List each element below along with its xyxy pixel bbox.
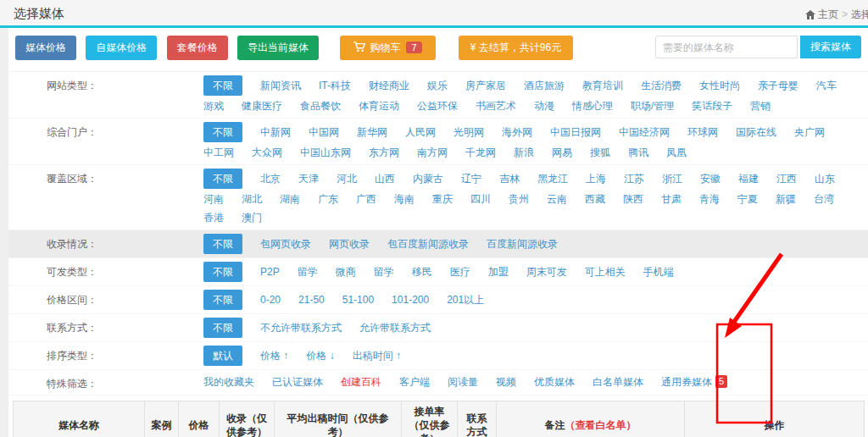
filter-option[interactable]: 娱乐 [427,77,448,94]
filter-option[interactable]: 出稿时间 ↑ [353,347,401,364]
filter-option[interactable]: 陕西 [623,191,643,207]
cart-button[interactable]: 购物车7 [340,36,435,60]
filter-option[interactable]: 微商 [336,263,356,280]
filter-option[interactable]: 中国网 [309,124,339,141]
filter-option[interactable]: 腾讯 [628,144,648,161]
filter-option[interactable]: 公益环保 [417,97,458,114]
filter-option[interactable]: 黑龙江 [537,170,568,187]
filter-option[interactable]: 天津 [298,170,319,187]
filter-option[interactable]: 白名单媒体 [593,373,643,390]
filter-option[interactable]: 海外网 [502,124,532,141]
filter-option[interactable]: 光明网 [453,124,484,141]
self-media-price-button[interactable]: 自媒体价格 [86,36,157,60]
filter-option[interactable]: 教育培训 [582,77,623,94]
filter-option[interactable]: 营销 [750,97,771,114]
media-search-button[interactable]: 搜索媒体 [800,36,861,58]
filter-option[interactable]: 笑话段子 [692,97,732,114]
filter-option[interactable]: 体育运动 [359,97,399,114]
filter-option[interactable]: 香港 [203,209,224,226]
filter-option[interactable]: 阅读量 [448,373,478,390]
filter-option[interactable]: 包网页收录 [260,235,311,252]
filter-option[interactable]: 不限 [203,262,242,282]
filter-option[interactable]: 安徽 [700,170,721,187]
filter-option[interactable]: 辽宁 [461,170,481,187]
filter-option[interactable]: 海南 [394,191,415,207]
filter-option[interactable]: 南方网 [417,144,448,161]
filter-option[interactable]: P2P [260,263,280,280]
filter-option[interactable]: 澳门 [242,209,262,226]
filter-option[interactable]: 优质媒体 [534,373,575,390]
filter-option[interactable]: 留学 [298,263,318,280]
filter-option[interactable]: 湖南 [280,191,300,207]
filter-option[interactable]: 通用券媒体5 [661,373,727,390]
package-price-button[interactable]: 套餐价格 [167,36,228,60]
filter-option[interactable]: 人民网 [405,124,436,141]
filter-option[interactable]: 财经商业 [369,77,409,94]
filter-option[interactable]: 游戏 [203,97,224,114]
filter-option[interactable]: 山东 [815,170,835,187]
filter-option[interactable]: 凤凰 [666,144,687,161]
filter-option[interactable]: 0-20 [260,291,281,308]
filter-option[interactable]: 内蒙古 [413,170,443,187]
filter-option[interactable]: 网易 [552,144,572,161]
filter-option[interactable]: 浙江 [662,170,682,187]
filter-option[interactable]: 51-100 [342,291,374,308]
filter-option[interactable]: 价格 ↓ [306,347,334,364]
filter-option[interactable]: 搜狐 [590,144,610,161]
filter-option[interactable]: 大众网 [252,144,282,161]
filter-option[interactable]: 不限 [203,290,242,310]
filter-option[interactable]: 云南 [547,191,567,207]
filter-option[interactable]: 福建 [738,170,759,187]
filter-option[interactable]: 视频 [496,373,516,390]
checkout-button[interactable]: ¥ 去结算，共计96元 [459,36,573,60]
filter-option[interactable]: 网页收录 [329,235,370,252]
filter-option[interactable]: 已认证媒体 [272,373,323,390]
filter-option[interactable]: 河南 [203,191,224,207]
filter-option[interactable]: 不限 [203,169,242,189]
breadcrumb-home[interactable]: 主页 [818,8,838,20]
filter-option[interactable]: 东方网 [369,144,399,161]
filter-option[interactable]: 贵州 [509,191,529,207]
filter-option[interactable]: 食品餐饮 [300,97,341,114]
filter-option[interactable]: 中国日报网 [550,124,601,141]
filter-option[interactable]: 新华网 [357,124,387,141]
filter-option[interactable]: 我的收藏夹 [203,373,254,390]
filter-option[interactable]: IT-科技 [319,77,351,94]
filter-option[interactable]: 生活消费 [641,77,682,94]
filter-option[interactable]: 中新网 [260,124,291,141]
filter-option[interactable]: 情感心理 [572,97,613,114]
filter-option[interactable]: 青海 [699,191,720,207]
filter-option[interactable]: 女性时尚 [699,77,740,94]
filter-option[interactable]: 不限 [203,234,242,254]
filter-option[interactable]: 环球网 [687,124,718,141]
filter-option[interactable]: 健康医疗 [242,97,282,114]
filter-option[interactable]: 河北 [337,170,357,187]
filter-option[interactable]: 客户端 [399,373,430,390]
filter-option[interactable]: 允许带联系方式 [359,319,431,336]
filter-option[interactable]: 广东 [318,191,338,207]
filter-option[interactable]: 可上相关 [585,263,626,280]
filter-option[interactable]: 江苏 [624,170,644,187]
filter-option[interactable]: 201以上 [447,291,484,308]
filter-option[interactable]: 创建百科 [341,373,381,390]
filter-option[interactable]: 山西 [375,170,395,187]
filter-option[interactable]: 默认 [203,346,242,366]
filter-option[interactable]: 吉林 [499,170,520,187]
filter-option[interactable]: 北京 [260,170,281,187]
filter-option[interactable]: 宁夏 [737,191,758,207]
filter-option[interactable]: 价格 ↑ [260,347,288,364]
filter-option[interactable]: 酒店旅游 [524,77,565,94]
filter-option[interactable]: 中国经济网 [619,124,670,141]
filter-option[interactable]: 加盟 [488,263,509,280]
filter-option[interactable]: 医疗 [450,263,470,280]
filter-option[interactable]: 移民 [412,263,432,280]
filter-option[interactable]: 西藏 [585,191,605,207]
filter-option[interactable]: 湖北 [242,191,262,207]
filter-option[interactable]: 上海 [586,170,606,187]
filter-option[interactable]: 包百度新闻源收录 [387,235,469,252]
filter-option[interactable]: 动漫 [534,97,554,114]
filter-option[interactable]: 周末可发 [526,263,567,280]
filter-option[interactable]: 房产家居 [465,77,506,94]
filter-option[interactable]: 国际在线 [736,124,776,141]
filter-option[interactable]: 书画艺术 [476,97,516,114]
